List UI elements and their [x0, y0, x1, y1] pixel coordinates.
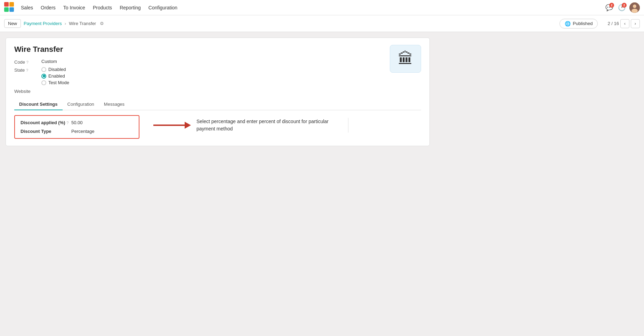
nav-configuration[interactable]: Configuration	[145, 3, 181, 13]
nav-orders[interactable]: Orders	[37, 3, 59, 13]
state-testmode-option[interactable]: Test Mode	[41, 80, 69, 85]
svg-rect-3	[9, 7, 14, 12]
globe-icon: 🌐	[565, 21, 571, 26]
svg-point-5	[633, 5, 636, 8]
code-value: Custom	[41, 59, 57, 64]
discount-type-label: Discount Type	[21, 129, 69, 134]
discount-applied-row: Discount applied (%) ? 50.00	[21, 120, 133, 125]
discount-applied-value: 50.00	[71, 120, 83, 125]
state-field-row: State ? Disabled Enabled Test Mode	[14, 67, 421, 85]
discount-applied-help-icon[interactable]: ?	[66, 121, 69, 125]
record-navigation: 2 / 16 ‹ ›	[607, 19, 640, 28]
red-arrow-icon	[153, 122, 191, 129]
published-button[interactable]: 🌐 Published	[560, 19, 598, 29]
chat-notification[interactable]: 💬 2	[604, 3, 614, 13]
bank-building-icon: 🏛	[398, 50, 413, 67]
new-button[interactable]: New	[4, 19, 21, 28]
prev-record-button[interactable]: ‹	[620, 19, 629, 28]
state-help-icon[interactable]: ?	[26, 68, 28, 72]
state-radio-group: Disabled Enabled Test Mode	[41, 67, 69, 85]
state-enabled-radio[interactable]	[41, 74, 46, 79]
discount-section: Discount applied (%) ? 50.00 Discount Ty…	[14, 115, 421, 139]
nav-to-invoice[interactable]: To Invoice	[60, 3, 89, 13]
app-logo[interactable]	[4, 2, 14, 13]
state-disabled-label: Disabled	[48, 67, 66, 72]
settings-gear-icon[interactable]: ⚙	[100, 21, 104, 26]
activity-badge: 2	[622, 3, 627, 8]
next-record-button[interactable]: ›	[631, 19, 640, 28]
website-field-row: Website	[14, 88, 421, 94]
tab-configuration[interactable]: Configuration	[63, 99, 99, 110]
state-enabled-option[interactable]: Enabled	[41, 73, 69, 79]
state-disabled-radio[interactable]	[41, 67, 46, 72]
code-field-row: Code ? Custom	[14, 59, 421, 65]
state-label: State ?	[14, 67, 39, 73]
nav-menu: Sales Orders To Invoice Products Reporti…	[17, 3, 604, 13]
code-label: Code ?	[14, 59, 39, 65]
tab-discount-settings[interactable]: Discount Settings	[14, 99, 63, 110]
secondary-bar: New Payment Providers › Wire Transfer ⚙ …	[0, 15, 644, 32]
vertical-divider	[348, 118, 348, 133]
breadcrumb-sep: ›	[65, 21, 66, 26]
tab-bar: Discount Settings Configuration Messages	[14, 99, 421, 110]
website-label: Website	[14, 88, 39, 94]
form-card: 🏛 Wire Transfer Code ? Custom State ? Di…	[6, 38, 430, 146]
svg-rect-1	[9, 2, 14, 7]
discount-applied-label: Discount applied (%) ?	[21, 120, 69, 125]
published-label: Published	[573, 21, 593, 26]
main-content: 🏛 Wire Transfer Code ? Custom State ? Di…	[0, 32, 644, 152]
state-testmode-radio[interactable]	[41, 80, 46, 85]
svg-rect-0	[4, 2, 9, 7]
tab-messages[interactable]: Messages	[99, 99, 129, 110]
nav-reporting[interactable]: Reporting	[116, 3, 144, 13]
breadcrumb-parent[interactable]: Payment Providers	[24, 21, 62, 26]
nav-products[interactable]: Products	[89, 3, 115, 13]
top-navbar: Sales Orders To Invoice Products Reporti…	[0, 0, 644, 15]
provider-icon: 🏛	[390, 45, 421, 73]
svg-rect-2	[4, 7, 9, 12]
arrow-annotation: Select percentage and enter percent of d…	[153, 115, 348, 133]
discount-box: Discount applied (%) ? 50.00 Discount Ty…	[14, 115, 139, 139]
activity-notification[interactable]: 🕐 2	[617, 3, 627, 13]
breadcrumb-current: Wire Transfer	[69, 21, 96, 26]
chat-badge: 2	[609, 3, 614, 8]
user-avatar[interactable]	[629, 2, 640, 13]
annotation-text: Select percentage and enter percent of d…	[196, 118, 329, 133]
state-disabled-option[interactable]: Disabled	[41, 67, 69, 72]
discount-type-row: Discount Type Percentage	[21, 129, 133, 134]
state-testmode-label: Test Mode	[48, 80, 69, 85]
nav-sales[interactable]: Sales	[17, 3, 37, 13]
svg-point-6	[631, 9, 638, 13]
state-enabled-label: Enabled	[48, 73, 65, 79]
discount-type-value: Percentage	[71, 129, 95, 134]
page-title: Wire Transfer	[14, 45, 421, 54]
code-help-icon[interactable]: ?	[26, 60, 29, 64]
topbar-right: 💬 2 🕐 2	[604, 2, 640, 13]
record-count: 2 / 16	[607, 21, 619, 26]
